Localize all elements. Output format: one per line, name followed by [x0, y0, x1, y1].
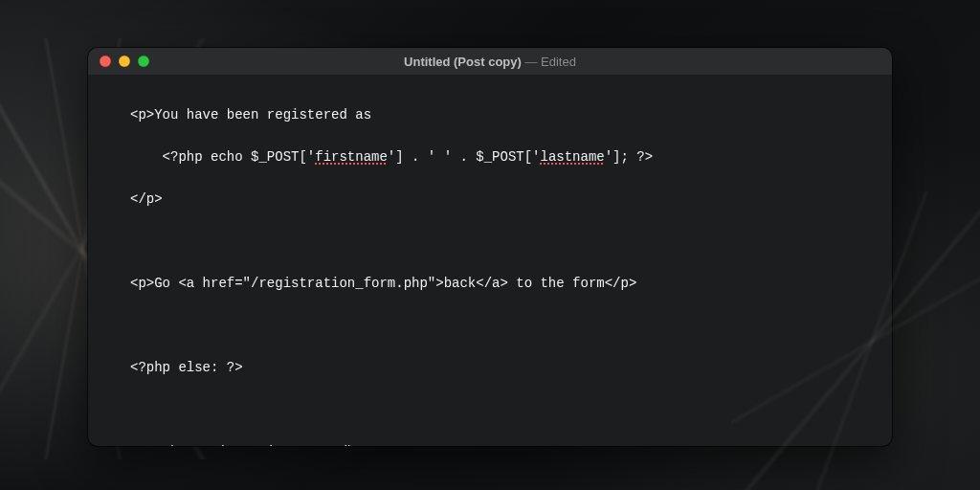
code-line [130, 315, 892, 336]
spellcheck-underline: lastname [541, 149, 605, 165]
window-controls [88, 56, 149, 67]
document-status: Edited [541, 55, 576, 69]
code-editor[interactable]: <p>You have been registered as <?php ech… [88, 76, 892, 446]
code-line: <p>You have been registered as [130, 104, 892, 125]
zoom-icon[interactable] [138, 56, 149, 67]
title-separator: — [522, 55, 541, 69]
minimize-icon[interactable] [119, 56, 130, 67]
code-line: <h2>Registration Form</h2> [130, 441, 892, 446]
code-line [130, 399, 892, 420]
document-name: Untitled (Post copy) [404, 55, 522, 69]
code-line: <p>Go <a href="/registration_form.php">b… [130, 273, 892, 294]
window-title: Untitled (Post copy) — Edited [88, 55, 892, 69]
desktop-background: Untitled (Post copy) — Edited <p>You hav… [0, 0, 980, 490]
code-line: <?php echo $_POST['firstname'] . ' ' . $… [130, 146, 892, 167]
editor-window: Untitled (Post copy) — Edited <p>You hav… [88, 48, 892, 446]
code-line: <?php else: ?> [130, 357, 892, 378]
spellcheck-underline: firstname [315, 149, 388, 165]
titlebar[interactable]: Untitled (Post copy) — Edited [88, 48, 892, 76]
code-line: </p> [130, 189, 892, 210]
code-line [130, 231, 892, 252]
close-icon[interactable] [100, 56, 111, 67]
